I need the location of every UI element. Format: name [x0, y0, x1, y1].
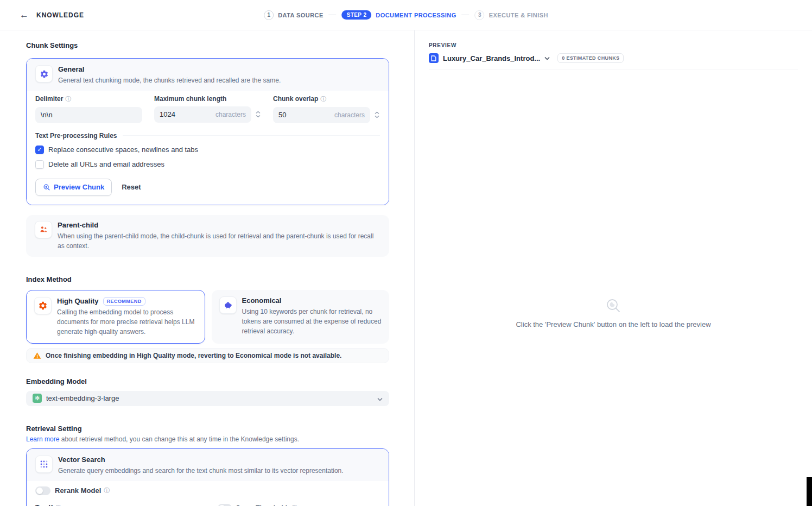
step-label: DOCUMENT PROCESSING: [376, 12, 456, 18]
high-quality-title: High Quality: [57, 297, 99, 306]
score-threshold-toggle[interactable]: [218, 504, 232, 506]
step-number: 3: [475, 10, 485, 20]
rule-replace-spaces[interactable]: ✓ Replace consecutive spaces, newlines a…: [35, 146, 380, 154]
max-chunk-length-label: Maximum chunk length: [154, 95, 226, 103]
piggy-bank-icon: [219, 296, 237, 314]
general-chunk-card[interactable]: General General text chunking mode, the …: [26, 58, 389, 205]
divider: [123, 135, 380, 136]
step-execute-finish[interactable]: 3 EXECUTE & FINISH: [475, 10, 548, 20]
info-icon: ⓘ: [104, 486, 110, 495]
unit-label: characters: [334, 111, 365, 119]
chunk-overlap-label: Chunk overlap: [273, 95, 318, 103]
document-file-icon: [429, 53, 439, 63]
score-threshold-label: Score Threshold: [236, 504, 288, 506]
checkbox-unchecked-icon[interactable]: [35, 160, 44, 169]
preview-chunk-button[interactable]: Preview Chunk: [35, 179, 112, 196]
parent-child-card[interactable]: Parent-child When using the parent-child…: [26, 215, 389, 257]
top-k-label: Top K: [35, 504, 53, 506]
step-label: DATA SOURCE: [278, 12, 323, 18]
step-number: 1: [264, 10, 274, 20]
preview-file-selector[interactable]: Luxury_Car_Brands_Introd...: [443, 54, 540, 62]
embedding-model-heading: Embedding Model: [26, 377, 389, 385]
economical-description: Using 10 keywords per chunk for retrieva…: [242, 307, 382, 336]
chunk-settings-heading: Chunk Settings: [26, 41, 389, 49]
delimiter-input[interactable]: \n\n: [35, 107, 142, 123]
settings-pane: Chunk Settings General General text chun…: [0, 30, 415, 506]
learn-more-link[interactable]: Learn more: [26, 435, 59, 443]
index-method-heading: Index Method: [26, 275, 389, 283]
embedding-model-select[interactable]: ✻ text-embedding-3-large: [26, 391, 389, 406]
chevron-down-icon: [377, 394, 383, 403]
step-document-processing[interactable]: STEP 2 DOCUMENT PROCESSING: [342, 10, 456, 20]
chevron-down-icon[interactable]: [544, 56, 550, 60]
delimiter-label: Delimiter: [35, 95, 63, 103]
high-quality-card[interactable]: High Quality RECOMMEND Calling the embed…: [26, 290, 205, 344]
embedding-model-value: text-embedding-3-large: [46, 394, 119, 402]
vector-search-icon: [35, 456, 53, 473]
unit-label: characters: [215, 111, 246, 118]
general-title: General: [58, 65, 281, 74]
estimated-chunks-badge: 0 ESTIMATED CHUNKS: [557, 53, 624, 63]
step-label: EXECUTE & FINISH: [489, 12, 548, 18]
info-icon: ⓘ: [320, 95, 326, 103]
chunk-overlap-input[interactable]: 50 characters: [273, 107, 370, 123]
recommend-badge: RECOMMEND: [103, 297, 145, 306]
economical-card[interactable]: Economical Using 10 keywords per chunk f…: [212, 290, 390, 344]
vector-search-title: Vector Search: [58, 456, 344, 465]
info-icon: ⓘ: [291, 504, 297, 506]
preview-empty-text: Click the 'Preview Chunk' button on the …: [516, 320, 710, 328]
high-quality-description: Calling the embedding model to process d…: [57, 307, 197, 337]
preview-empty-state: Click the 'Preview Chunk' button on the …: [415, 298, 812, 328]
warning-icon: [33, 352, 41, 359]
rerank-model-label: Rerank Model: [55, 486, 101, 495]
vector-search-card[interactable]: Vector Search Generate query embeddings …: [26, 448, 389, 506]
preprocessing-rules-title: Text Pre-processing Rules: [35, 132, 117, 140]
stepper: 1 DATA SOURCE STEP 2 DOCUMENT PROCESSING…: [264, 10, 548, 20]
parent-child-description: When using the parent-child mode, the ch…: [58, 231, 380, 251]
parent-child-title: Parent-child: [58, 221, 380, 230]
checkbox-checked-icon[interactable]: ✓: [35, 146, 44, 154]
number-stepper[interactable]: [373, 111, 380, 118]
zoom-in-icon: [43, 184, 50, 191]
back-arrow-icon[interactable]: ←: [20, 10, 29, 20]
rule-delete-urls[interactable]: Delete all URLs and email addresses: [35, 160, 380, 169]
info-icon: ⓘ: [65, 95, 71, 103]
magnifier-icon: [605, 298, 621, 314]
max-chunk-length-input[interactable]: 1024 characters: [154, 106, 251, 123]
high-quality-icon: [34, 297, 52, 314]
retrieval-note: Learn more about retrieval method, you c…: [26, 435, 389, 443]
openai-model-icon: ✻: [33, 394, 42, 403]
top-header: ← KNOWLEDGE 1 DATA SOURCE STEP 2 DOCUMEN…: [0, 0, 812, 30]
app-window: ← KNOWLEDGE 1 DATA SOURCE STEP 2 DOCUMEN…: [0, 0, 812, 506]
page-title: KNOWLEDGE: [36, 11, 84, 19]
number-stepper[interactable]: [255, 111, 261, 118]
parent-child-icon: [35, 221, 52, 238]
retrieval-setting-heading: Retrieval Setting: [26, 425, 389, 433]
gear-icon: [35, 65, 53, 83]
preview-heading: PREVIEW: [429, 42, 798, 48]
general-description: General text chunking mode, the chunks r…: [58, 75, 281, 85]
step-divider: [462, 15, 470, 15]
rerank-model-toggle[interactable]: [35, 486, 50, 495]
screen-corner-artifact: [807, 477, 812, 506]
embedding-warning: Once finishing embedding in High Quality…: [26, 348, 389, 363]
reset-button[interactable]: Reset: [122, 183, 141, 191]
economical-title: Economical: [242, 296, 282, 306]
step-data-source[interactable]: 1 DATA SOURCE: [264, 10, 323, 20]
vector-search-description: Generate query embeddings and search for…: [58, 466, 344, 476]
preview-pane: PREVIEW Luxury_Car_Brands_Introd... 0 ES…: [415, 30, 812, 506]
info-icon: ⓘ: [55, 504, 61, 506]
step-pill: STEP 2: [342, 10, 372, 20]
step-divider: [329, 15, 337, 15]
